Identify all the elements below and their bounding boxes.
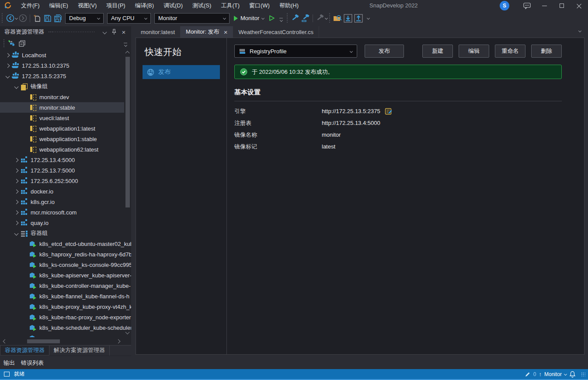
- panel-toolbar-overflow-icon[interactable]: [124, 40, 127, 46]
- tree-row[interactable]: quay.io: [0, 218, 124, 228]
- profile-action-button[interactable]: 删除: [531, 45, 562, 58]
- platform-dropdown[interactable]: Any CPU: [107, 13, 151, 24]
- panel-close-icon[interactable]: ×: [119, 27, 129, 37]
- navigate-forward-button[interactable]: [17, 13, 28, 24]
- menu-item[interactable]: 文件(F): [16, 0, 45, 11]
- tree-expander-icon[interactable]: [12, 180, 20, 183]
- close-button[interactable]: [571, 0, 588, 11]
- panel-drag-texture[interactable]: [49, 31, 95, 34]
- feedback-icon[interactable]: [518, 0, 536, 11]
- tree-expander-icon[interactable]: [12, 190, 20, 193]
- build-solution-button[interactable]: [300, 13, 311, 24]
- explorer-tab[interactable]: 容器资源管理器: [0, 345, 49, 356]
- add-host-button[interactable]: [7, 38, 17, 48]
- status-run-target[interactable]: Monitor: [544, 371, 562, 377]
- toolbar-grip-3[interactable]: [329, 13, 331, 23]
- tree-expander-icon[interactable]: [12, 169, 20, 172]
- panel-menu-chevron-icon[interactable]: [100, 27, 109, 37]
- tab-close-icon[interactable]: ×: [224, 29, 228, 35]
- tree-row[interactable]: 镜像组: [0, 81, 124, 92]
- tree-expander-icon[interactable]: [12, 159, 20, 162]
- tree-row[interactable]: k8s_kube-controller-manager_kube-: [0, 280, 124, 291]
- collapse-all-button[interactable]: [17, 38, 28, 48]
- tree-expander-icon[interactable]: [12, 85, 20, 88]
- minimize-button[interactable]: [536, 0, 553, 11]
- tree-horizontal-scrollbar[interactable]: [0, 338, 131, 345]
- tree-row[interactable]: vuecli:latest: [0, 113, 124, 123]
- run-target-chevron-icon[interactable]: [564, 373, 567, 376]
- menu-item[interactable]: 窗口(W): [244, 0, 275, 11]
- menu-item[interactable]: 项目(P): [101, 0, 130, 11]
- toolbar-grip-2[interactable]: [286, 13, 289, 23]
- profile-action-button[interactable]: 新建: [422, 45, 453, 58]
- tree-row[interactable]: k8s_etcd_etcd-ubuntu-master02_kub: [0, 238, 124, 249]
- docker-overflow-icon[interactable]: [367, 17, 370, 20]
- explorer-tab[interactable]: 解决方案资源管理器: [49, 345, 110, 356]
- navigate-back-button[interactable]: [5, 13, 15, 24]
- document-tab[interactable]: Monitor: 发布 ×: [181, 26, 233, 38]
- registry-profile-dropdown[interactable]: RegistryProfile: [234, 45, 357, 58]
- tree-row[interactable]: webapplication62:latest: [0, 144, 124, 155]
- push-image-button[interactable]: [353, 13, 364, 24]
- tree-row[interactable]: [0, 333, 124, 337]
- tree-row[interactable]: docker.io: [0, 186, 124, 197]
- menu-item[interactable]: 视图(V): [73, 0, 101, 11]
- menu-item[interactable]: 工具(T): [216, 0, 244, 11]
- tree-row[interactable]: k8s_ks-console_ks-console-99cc9956: [0, 259, 124, 270]
- tree-row[interactable]: k8s_kube-scheduler_kube-scheduler: [0, 322, 124, 333]
- resize-grip[interactable]: [581, 372, 585, 377]
- browse-registry-button[interactable]: [332, 13, 343, 24]
- tree-row[interactable]: webapplication1:stable: [0, 134, 124, 144]
- menu-item[interactable]: 编辑(E): [45, 0, 73, 11]
- tree-row[interactable]: k8s_kube-rbac-proxy_node-exporter: [0, 312, 124, 322]
- tree-hscrollbar-thumb[interactable]: [27, 339, 60, 343]
- tree-scrollbar-thumb[interactable]: [125, 57, 130, 207]
- tree-row[interactable]: 172.25.13.10:2375: [0, 60, 124, 71]
- tree-row[interactable]: k8s_haproxy_redis-ha-haproxy-6d7b: [0, 249, 124, 259]
- tree-row[interactable]: 172.25.13.7:5000: [0, 165, 124, 176]
- tree-expander-icon[interactable]: [3, 64, 11, 67]
- tree-row[interactable]: 容器组: [0, 228, 124, 238]
- menu-item[interactable]: 帮助(H): [275, 0, 303, 11]
- startup-project-dropdown[interactable]: Monitor: [154, 13, 230, 24]
- toolbar-grip[interactable]: [1, 13, 3, 23]
- build-overflow-icon[interactable]: [325, 17, 328, 20]
- menu-item[interactable]: 调试(D): [159, 0, 188, 11]
- panel-toolbar-grip[interactable]: [3, 39, 5, 47]
- profile-action-button[interactable]: 重命名: [495, 45, 525, 58]
- tree-row[interactable]: 172.25.13.5:2375: [0, 71, 124, 81]
- user-avatar[interactable]: S: [500, 1, 509, 10]
- tree-row[interactable]: k8s_kube-flannel_kube-flannel-ds-h: [0, 291, 124, 301]
- tree-row[interactable]: monitor:stable: [0, 102, 124, 113]
- tab-list-chevron-icon[interactable]: [578, 29, 581, 32]
- tree-row[interactable]: 172.25.13.4:5000: [0, 155, 124, 165]
- publish-button[interactable]: 发布: [365, 45, 404, 58]
- tree-row[interactable]: k8s_kube-proxy_kube-proxy-vt4zh_k: [0, 301, 124, 312]
- tree-row[interactable]: monitor:dev: [0, 92, 124, 102]
- tree-expander-icon[interactable]: [12, 221, 20, 225]
- start-without-debug-button[interactable]: [267, 13, 277, 24]
- tree-row[interactable]: Localhost: [0, 50, 124, 60]
- maximize-button[interactable]: [553, 0, 571, 11]
- notifications-bell-icon[interactable]: [569, 371, 576, 378]
- tree-expander-icon[interactable]: [12, 232, 20, 235]
- tree-row[interactable]: mcr.microsoft.com: [0, 207, 124, 218]
- save-button[interactable]: [42, 13, 53, 24]
- tree-vertical-scrollbar[interactable]: [125, 50, 130, 335]
- pull-image-button[interactable]: [343, 13, 353, 24]
- menu-item[interactable]: 编译(B): [130, 0, 159, 11]
- toolbar-overflow-icon[interactable]: [279, 15, 283, 21]
- configuration-dropdown[interactable]: Debug: [65, 13, 104, 24]
- start-debug-button[interactable]: Monitor: [231, 13, 267, 24]
- tree-row[interactable]: k8s_kube-apiserver_kube-apiserver-u: [0, 270, 124, 280]
- publish-nav-item[interactable]: 发布: [143, 65, 220, 79]
- document-tab[interactable]: WeatherForecastController.cs ×: [233, 26, 319, 38]
- tree-expander-icon[interactable]: [12, 200, 20, 204]
- tree-expander-icon[interactable]: [3, 75, 11, 78]
- document-tab[interactable]: monitor:latest ×: [136, 26, 181, 38]
- tree-expander-icon[interactable]: [3, 54, 11, 57]
- tree-row[interactable]: 172.25.6.252:5000: [0, 176, 124, 186]
- menu-item[interactable]: 测试(S): [188, 0, 216, 11]
- tree-row[interactable]: webapplication1:latest: [0, 123, 124, 134]
- edit-engine-icon[interactable]: [385, 107, 393, 115]
